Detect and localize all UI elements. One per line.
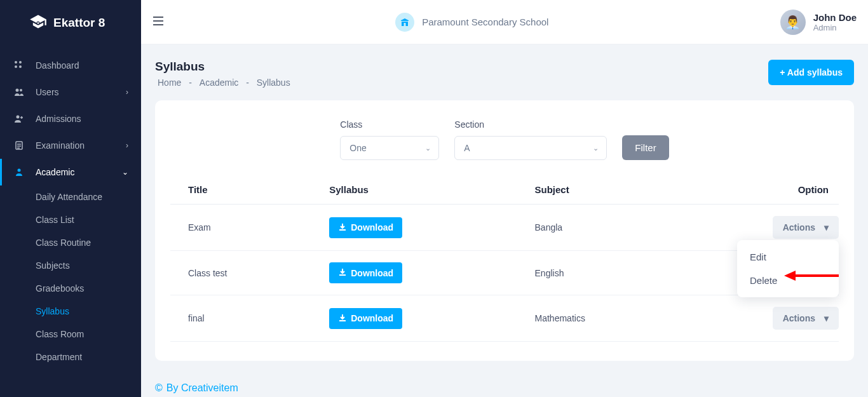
breadcrumb-separator: - [246, 77, 249, 88]
svg-point-8 [17, 116, 20, 119]
column-title: Title [170, 178, 311, 205]
svg-point-7 [20, 89, 22, 91]
sidebar: Ekattor 8 Dashboard Users › Admissions E… [0, 0, 141, 397]
nav-users[interactable]: Users › [0, 79, 141, 105]
column-syllabus: Syllabus [311, 178, 517, 205]
filter-button[interactable]: Filter [622, 135, 668, 160]
nav-label: Users [36, 87, 116, 97]
svg-point-5 [19, 65, 22, 68]
brand-name: Ekattor 8 [53, 16, 105, 30]
table-row: final Download Mathematics Actions ▾ [170, 295, 839, 342]
footer: © By Creativeitem [155, 382, 854, 394]
copyright-icon: © [155, 382, 163, 394]
column-option: Option [680, 178, 839, 205]
svg-point-3 [19, 61, 22, 64]
download-button[interactable]: Download [329, 308, 402, 329]
cell-title: Exam [170, 205, 311, 251]
download-label: Download [351, 268, 393, 278]
section-filter-group: Section A ⌄ [454, 119, 607, 160]
menu-toggle-icon[interactable] [153, 15, 164, 29]
filters-row: Class One ⌄ Section A ⌄ Filter [170, 119, 839, 160]
chevron-right-icon: › [126, 141, 128, 150]
user-name: John Doe [813, 12, 857, 23]
actions-label: Actions [783, 313, 815, 323]
class-filter-group: Class One ⌄ [340, 119, 439, 160]
nav-label: Examination [36, 140, 116, 151]
cell-title: Class test [170, 251, 311, 295]
footer-link[interactable]: By Creativeitem [166, 382, 238, 394]
chevron-down-icon: ⌄ [593, 144, 599, 152]
subnav-department[interactable]: Department [36, 346, 141, 368]
cell-title: final [170, 295, 311, 342]
avatar: 👨‍💼 [780, 10, 806, 35]
nav-label: Admissions [36, 114, 128, 124]
subnav-class-room[interactable]: Class Room [36, 323, 141, 346]
caret-down-icon: ▾ [824, 222, 829, 232]
class-select-value: One [349, 143, 366, 153]
svg-point-1 [37, 22, 39, 24]
clipboard-icon [13, 140, 25, 151]
nav-dashboard[interactable]: Dashboard [0, 52, 141, 79]
cell-subject: Bangla [517, 205, 680, 251]
page-area: Syllabus Home - Academic - Syllabus + Ad… [141, 44, 868, 397]
school-selector[interactable]: Paramount Secondary School [164, 13, 780, 32]
actions-button[interactable]: Actions ▾ [773, 216, 839, 239]
nav-academic[interactable]: Academic ⌄ [0, 159, 141, 185]
svg-marker-13 [784, 271, 796, 281]
subnav-daily-attendance[interactable]: Daily Attendance [36, 185, 141, 208]
breadcrumb-separator: - [189, 77, 192, 88]
syllabus-card: Class One ⌄ Section A ⌄ Filter [155, 100, 854, 361]
actions-button[interactable]: Actions ▾ [773, 307, 839, 330]
annotation-arrow [784, 269, 839, 285]
class-select[interactable]: One ⌄ [340, 136, 439, 160]
users-icon [13, 87, 25, 97]
dropdown-edit[interactable]: Edit [737, 245, 839, 269]
breadcrumb-current: Syllabus [257, 77, 290, 88]
graduation-cap-icon [29, 13, 47, 33]
brand-logo[interactable]: Ekattor 8 [0, 0, 141, 52]
chevron-down-icon: ⌄ [122, 168, 128, 177]
download-icon [338, 313, 347, 324]
school-name: Paramount Secondary School [422, 17, 548, 27]
actions-label: Actions [783, 222, 815, 232]
academic-submenu: Daily Attendance Class List Class Routin… [0, 185, 141, 368]
page-title: Syllabus [155, 60, 293, 74]
academic-icon [13, 167, 25, 177]
nav-label: Dashboard [36, 60, 128, 71]
grid-icon [13, 60, 25, 71]
nav-examination[interactable]: Examination › [0, 132, 141, 159]
topbar: Paramount Secondary School 👨‍💼 John Doe … [141, 0, 868, 44]
svg-rect-11 [404, 23, 406, 26]
subnav-syllabus[interactable]: Syllabus [36, 300, 141, 323]
subnav-gradebooks[interactable]: Gradebooks [36, 277, 141, 300]
subnav-subjects[interactable]: Subjects [36, 254, 141, 277]
caret-down-icon: ▾ [824, 313, 829, 323]
nav-label: Academic [36, 167, 112, 177]
svg-point-6 [16, 89, 19, 92]
cell-subject: Mathematics [517, 295, 680, 342]
class-label: Class [340, 119, 439, 130]
download-icon [338, 267, 347, 278]
section-select-value: A [464, 143, 470, 153]
chevron-down-icon: ⌄ [425, 144, 431, 152]
subnav-class-list[interactable]: Class List [36, 208, 141, 231]
section-label: Section [454, 119, 607, 130]
download-label: Download [351, 313, 393, 323]
svg-point-4 [15, 65, 17, 68]
breadcrumb-academic[interactable]: Academic [200, 77, 238, 88]
cell-subject: English [517, 251, 680, 295]
user-plus-icon [13, 114, 25, 124]
subnav-class-routine[interactable]: Class Routine [36, 231, 141, 254]
breadcrumb-home[interactable]: Home [158, 77, 181, 88]
add-syllabus-button[interactable]: + Add syllabus [768, 60, 854, 85]
section-select[interactable]: A ⌄ [454, 136, 607, 160]
user-role: Admin [813, 23, 857, 32]
chevron-right-icon: › [126, 88, 128, 97]
user-menu[interactable]: 👨‍💼 John Doe Admin [780, 10, 857, 35]
breadcrumb: Home - Academic - Syllabus [155, 77, 293, 88]
download-button[interactable]: Download [329, 262, 402, 283]
nav-admissions[interactable]: Admissions [0, 105, 141, 132]
download-button[interactable]: Download [329, 217, 402, 238]
page-header: Syllabus Home - Academic - Syllabus + Ad… [155, 60, 854, 88]
download-label: Download [351, 222, 393, 232]
